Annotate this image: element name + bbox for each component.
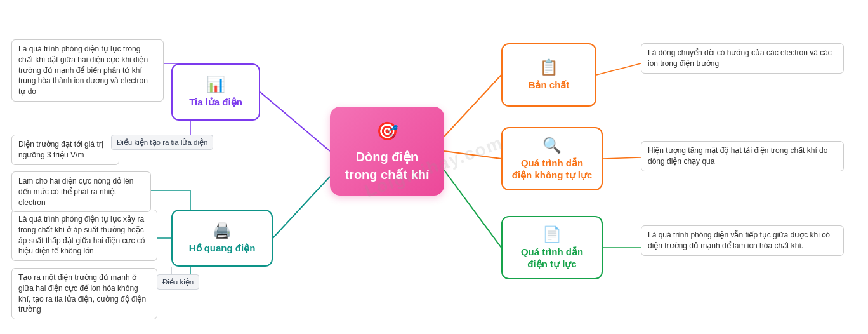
qua1-label2: điện không tự lực bbox=[512, 169, 593, 182]
qua2-label2: điện tự lực bbox=[527, 258, 576, 271]
svg-line-15 bbox=[596, 63, 641, 75]
ho-cond2-box: Tạo ra một điện trường đủ mạnh ở giữa ha… bbox=[11, 268, 157, 319]
tia-icon: 📊 bbox=[206, 76, 225, 93]
center-icon: 🎯 bbox=[376, 119, 398, 144]
node-qua-trinh-tu-luc: 📄 Quá trình dẫn điện tự lực bbox=[501, 216, 603, 279]
svg-line-16 bbox=[603, 157, 641, 159]
ban-label: Bản chất bbox=[529, 79, 570, 91]
ban-icon: 📋 bbox=[539, 58, 558, 76]
qua1-icon: 🔍 bbox=[542, 137, 562, 154]
tia-label: Tia lửa điện bbox=[189, 96, 242, 109]
svg-line-3 bbox=[444, 151, 501, 159]
qua2-desc-box: Là quá trình phóng điện vẫn tiếp tục giữ… bbox=[641, 225, 844, 256]
node-qua-trinh-khong-tu-luc: 🔍 Quá trình dẫn điện không tự lực bbox=[501, 127, 603, 190]
svg-line-0 bbox=[260, 92, 330, 151]
qua1-label1: Quá trình dẫn bbox=[521, 157, 583, 170]
node-ho-quang-dien: 🖨️ Hồ quang điện bbox=[171, 210, 273, 267]
ban-chat-desc-box: Là dòng chuyển dời có hướng của các elec… bbox=[641, 43, 844, 74]
tia-desc-box: Là quá trình phóng điện tự lực trong chấ… bbox=[11, 39, 164, 102]
node-tia-lua-dien: 📊 Tia lửa điện bbox=[171, 63, 260, 121]
tia-condition-label-box: Điều kiện tạo ra tia lửa điện bbox=[111, 135, 213, 150]
svg-line-1 bbox=[273, 177, 330, 238]
svg-line-2 bbox=[444, 75, 501, 137]
qua2-label1: Quá trình dẫn bbox=[521, 246, 583, 258]
main-canvas: Loigiaihay.com bbox=[0, 0, 868, 334]
ho-label: Hồ quang điện bbox=[189, 242, 256, 255]
ho-desc-box: Là quá trình phóng điện tự lực xảy ra tr… bbox=[11, 210, 157, 261]
ho-cond-label-box: Điều kiện bbox=[157, 274, 199, 290]
node-ban-chat: 📋 Bản chất bbox=[501, 43, 596, 107]
ho-icon: 🖨️ bbox=[213, 222, 232, 239]
qua2-icon: 📄 bbox=[542, 225, 562, 243]
center-label-line2: trong chất khí bbox=[345, 166, 429, 184]
center-label-line1: Dòng điện bbox=[356, 148, 419, 166]
tia-condition-value: Điện trường đạt tới giá trị ngưỡng 3 tri… bbox=[11, 135, 119, 165]
center-node: 🎯 Dòng điện trong chất khí bbox=[330, 107, 444, 196]
svg-line-4 bbox=[444, 170, 501, 248]
ho-cond1-box: Làm cho hai điện cực nóng đỏ lên đến mức… bbox=[11, 171, 151, 212]
qua1-desc-box: Hiện tượng tăng mật độ hạt tải điện tron… bbox=[641, 141, 844, 171]
